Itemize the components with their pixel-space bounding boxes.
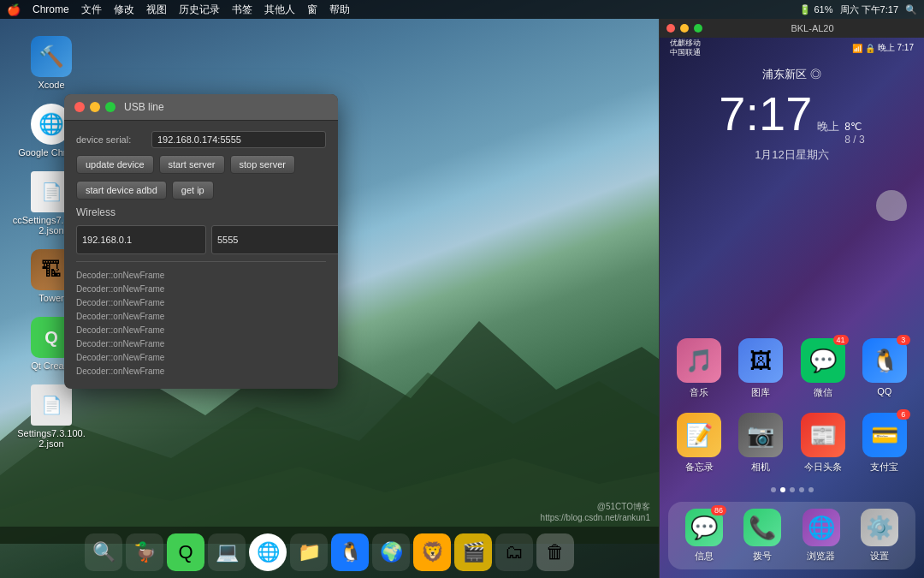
dock-qq[interactable]: 🐧 bbox=[331, 533, 369, 571]
wechat-label: 微信 bbox=[814, 386, 832, 399]
log-line-5: Decoder::onNewFrame bbox=[76, 337, 326, 351]
phone-carrier: 优麒移动 中国联通 bbox=[670, 39, 701, 57]
phone-app-toutiao[interactable]: 📰 今日头条 bbox=[801, 413, 845, 474]
menubar-right: 🔋 61% 周六 下午7:17 🔍 bbox=[799, 3, 917, 16]
page-dot-1 bbox=[771, 487, 776, 492]
get-ip-button[interactable]: get ip bbox=[172, 181, 214, 200]
log-area: Decoder::onNewFrame Decoder::onNewFrame … bbox=[76, 261, 326, 378]
dock-lion[interactable]: 🦁 bbox=[413, 533, 451, 571]
qq-icon: 🐧 3 bbox=[862, 338, 907, 383]
notes-icon: 📝 bbox=[677, 413, 721, 457]
device-serial-input[interactable] bbox=[151, 131, 326, 148]
stop-server-button[interactable]: stop server bbox=[230, 155, 295, 174]
phone-window-minimize[interactable] bbox=[680, 24, 689, 33]
device-buttons-row: start device adbd get ip bbox=[76, 181, 326, 200]
menu-history[interactable]: 历史记录 bbox=[179, 3, 220, 17]
gallery-label: 图库 bbox=[751, 386, 770, 399]
dialog-close-button[interactable] bbox=[74, 102, 85, 112]
browser-icon: 🌐 bbox=[803, 509, 840, 546]
wireless-port-input[interactable] bbox=[211, 225, 338, 254]
messages-icon: 💬 86 bbox=[685, 509, 723, 546]
phone-window-maximize[interactable] bbox=[694, 24, 702, 33]
menu-window[interactable]: 窗 bbox=[307, 3, 317, 17]
menu-chrome[interactable]: Chrome bbox=[33, 3, 69, 15]
phone-app-alipay[interactable]: 💳 6 支付宝 bbox=[862, 413, 907, 474]
dock-qt[interactable]: Q bbox=[167, 533, 204, 571]
phone-status-bar: 优麒移动 中国联通 📶 🔒 晚上 7:17 bbox=[660, 38, 924, 58]
phone-title-bar: BKL-AL20 bbox=[660, 19, 924, 38]
dialog-maximize-button[interactable] bbox=[105, 102, 116, 112]
notes-label: 备忘录 bbox=[685, 461, 714, 474]
log-line-7: Decoder::onNewFrame bbox=[76, 365, 326, 378]
phone-clock: 浦东新区 ◎ 7:17 晚上 8℃ 8 / 3 1月12日星期六 bbox=[660, 67, 924, 163]
wireless-section: Wireless wireless connect bbox=[76, 206, 326, 254]
dock-folder[interactable]: 📁 bbox=[290, 533, 328, 571]
menu-edit[interactable]: 修改 bbox=[114, 3, 134, 17]
dock-trash[interactable]: 🗑 bbox=[536, 533, 574, 571]
phone-screen: BKL-AL20 优麒移动 中国联通 📶 🔒 晚上 7:17 浦东新区 ◎ 7:… bbox=[659, 19, 924, 578]
menubar: 🍎 Chrome 文件 修改 视图 历史记录 书签 其他人 窗 帮助 🔋 61%… bbox=[0, 0, 924, 19]
dock-chrome[interactable]: 🌐 bbox=[249, 533, 287, 571]
settings-label: 设置 bbox=[870, 550, 889, 563]
page-dot-4 bbox=[799, 487, 804, 492]
dialog-title: USB line bbox=[124, 101, 164, 113]
toutiao-label: 今日头条 bbox=[804, 461, 842, 474]
phone-app-camera[interactable]: 📷 相机 bbox=[738, 413, 783, 474]
qq-label: QQ bbox=[877, 386, 891, 396]
phone-date: 1月12日星期六 bbox=[660, 147, 924, 163]
phone-time-big: 7:17 bbox=[719, 86, 812, 141]
dock-duck[interactable]: 🦆 bbox=[126, 533, 163, 571]
menu-others[interactable]: 其他人 bbox=[264, 3, 295, 17]
phone-time-status: 晚上 7:17 bbox=[878, 42, 914, 54]
desktop-icon-xcode[interactable]: 🔨 Xcode bbox=[7, 33, 96, 93]
phone-window-close[interactable] bbox=[666, 24, 675, 33]
phone-dock-messages[interactable]: 💬 86 信息 bbox=[685, 509, 723, 563]
music-label: 音乐 bbox=[690, 386, 708, 399]
phone-app-qq[interactable]: 🐧 3 QQ bbox=[862, 338, 907, 399]
start-device-adbd-button[interactable]: start device adbd bbox=[76, 181, 167, 200]
log-line-1: Decoder::onNewFrame bbox=[76, 283, 326, 296]
page-dot-5 bbox=[808, 487, 814, 492]
phone-app-notes[interactable]: 📝 备忘录 bbox=[677, 413, 721, 474]
dock-media[interactable]: 🎬 bbox=[454, 533, 492, 571]
floating-button[interactable] bbox=[876, 190, 907, 221]
desktop-icon-settings-file[interactable]: 📄 Settings7.3.100. 2.json bbox=[7, 381, 96, 452]
log-line-6: Decoder::onNewFrame bbox=[76, 351, 326, 365]
watermark-line1: @51CTO博客 bbox=[541, 501, 650, 513]
apple-logo[interactable]: 🍎 bbox=[7, 3, 21, 16]
phone-weather-range: 8 / 3 bbox=[844, 134, 864, 146]
phone-weather-temp: 8℃ bbox=[844, 121, 862, 133]
xcode-icon: 🔨 bbox=[31, 36, 72, 77]
phone-label: 拨号 bbox=[753, 550, 772, 563]
menu-view[interactable]: 视图 bbox=[146, 3, 167, 17]
menu-help[interactable]: 帮助 bbox=[329, 3, 350, 17]
menu-bookmarks[interactable]: 书签 bbox=[232, 3, 252, 17]
messages-badge: 86 bbox=[711, 505, 726, 515]
dock-folder2[interactable]: 🗂 bbox=[495, 533, 533, 571]
dock-globe[interactable]: 🌍 bbox=[372, 533, 410, 571]
dock-finder[interactable]: 🔍 bbox=[85, 533, 122, 571]
phone-settings-icon: ⚙️ bbox=[861, 509, 898, 546]
phone-dock-browser[interactable]: 🌐 浏览器 bbox=[803, 509, 840, 563]
toutiao-icon: 📰 bbox=[801, 413, 845, 457]
dialog-titlebar: USB line bbox=[64, 94, 338, 121]
dock-terminal[interactable]: 💻 bbox=[208, 533, 246, 571]
menu-file[interactable]: 文件 bbox=[81, 3, 102, 17]
page-dot-2 bbox=[780, 487, 785, 492]
dialog-minimize-button[interactable] bbox=[90, 102, 100, 112]
start-server-button[interactable]: start server bbox=[159, 155, 225, 174]
phone-app-music[interactable]: 🎵 音乐 bbox=[677, 338, 721, 399]
phone-dock-settings[interactable]: ⚙️ 设置 bbox=[861, 509, 898, 563]
macos-dock: 🔍 🦆 Q 💻 🌐 📁 🐧 🌍 🦁 🎬 🗂 🗑 bbox=[0, 527, 659, 578]
phone-app-gallery[interactable]: 🖼 图库 bbox=[738, 338, 783, 399]
phone-app-wechat[interactable]: 💬 41 微信 bbox=[801, 338, 845, 399]
phone-status-icons: 📶 🔒 晚上 7:17 bbox=[852, 42, 914, 54]
phone-signal-icon: 📶 bbox=[852, 44, 862, 53]
log-line-3: Decoder::onNewFrame bbox=[76, 310, 326, 324]
menu-battery: 🔋 61% bbox=[799, 4, 832, 15]
phone-window-title: BKL-AL20 bbox=[708, 23, 917, 33]
menu-search[interactable]: 🔍 bbox=[905, 4, 917, 15]
phone-dock-phone[interactable]: 📞 拨号 bbox=[743, 509, 781, 563]
update-device-button[interactable]: update device bbox=[76, 155, 154, 174]
wireless-ip-input[interactable] bbox=[76, 225, 206, 254]
